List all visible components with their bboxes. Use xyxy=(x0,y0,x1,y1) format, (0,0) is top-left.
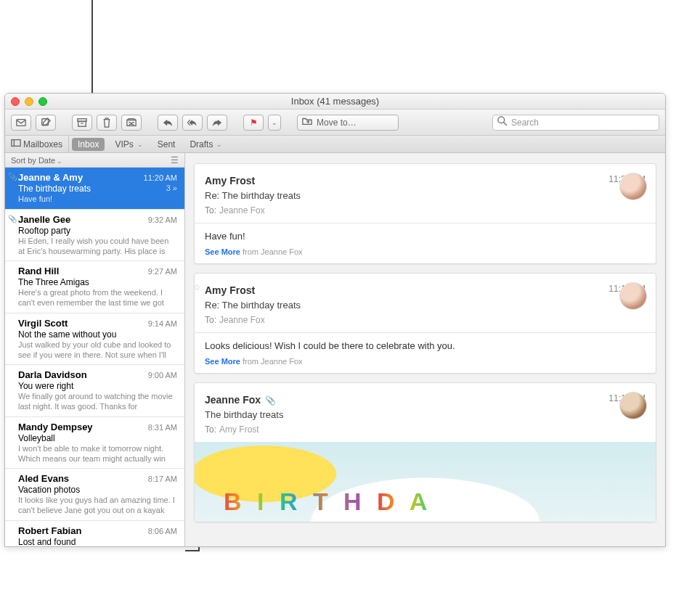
move-to-label: Move to… xyxy=(317,118,357,128)
forward-button[interactable] xyxy=(207,115,227,131)
see-more-link[interactable]: See More from Jeanne Fox xyxy=(205,247,646,256)
message-subject: You were right xyxy=(18,381,177,391)
zoom-window-button[interactable] xyxy=(38,97,47,106)
message-time: 9:14 AM xyxy=(148,319,177,328)
sidebar-icon xyxy=(11,138,21,150)
minimize-window-button[interactable] xyxy=(25,97,33,106)
compose-button[interactable] xyxy=(36,115,56,131)
message-sender: Darla Davidson xyxy=(18,369,87,380)
message-subject: Re: The birthday treats xyxy=(205,300,646,311)
message-row[interactable]: Rand Hill9:27 AMThe Three AmigasHere's a… xyxy=(5,261,184,313)
window-controls xyxy=(5,97,47,106)
svg-rect-3 xyxy=(78,121,86,126)
body-split: Sort by Date ☰ 📎Jeanne & Amy11:20 AMThe … xyxy=(5,153,665,546)
favorites-bar: Mailboxes Inbox VIPs Sent Drafts xyxy=(5,136,665,153)
avatar[interactable] xyxy=(619,282,647,310)
message-card[interactable]: Jeanne Fox📎11:11 AMThe birthday treatsTo… xyxy=(194,382,656,522)
inbox-tab[interactable]: Inbox xyxy=(72,138,105,151)
sent-tab[interactable]: Sent xyxy=(150,136,183,152)
vips-label: VIPs xyxy=(115,139,133,149)
search-field[interactable]: Search xyxy=(492,115,659,131)
window-title: Inbox (41 messages) xyxy=(5,96,665,107)
callout-line-bottom-h xyxy=(185,550,200,551)
message-subject: Not the same without you xyxy=(18,329,177,340)
mailboxes-button[interactable]: Mailboxes xyxy=(5,136,69,152)
chevron-down-icon: ⌄ xyxy=(272,119,277,126)
to-recipient[interactable]: Jeanne Fox xyxy=(219,315,265,325)
message-sender: Virgil Scott xyxy=(18,318,68,329)
message-row[interactable]: Darla Davidson9:00 AMYou were rightWe fi… xyxy=(5,365,184,417)
message-list: Sort by Date ☰ 📎Jeanne & Amy11:20 AMThe … xyxy=(5,153,185,546)
callout-line-top xyxy=(91,0,93,94)
vips-tab[interactable]: VIPs xyxy=(107,136,150,152)
reply-all-icon xyxy=(187,118,197,128)
message-body: Have fun! xyxy=(205,231,646,242)
get-mail-button[interactable] xyxy=(11,115,31,131)
from-name[interactable]: Jeanne Fox xyxy=(205,394,261,406)
search-placeholder: Search xyxy=(511,118,539,128)
message-preview: Just walked by your old cube and looked … xyxy=(18,340,177,361)
from-name[interactable]: Amy Frost xyxy=(205,284,255,296)
titlebar: Inbox (41 messages) xyxy=(5,94,665,110)
message-time: 9:00 AM xyxy=(148,371,177,379)
trash-icon xyxy=(102,118,112,128)
reply-button[interactable] xyxy=(158,115,178,131)
thread-count: 3 xyxy=(166,184,177,192)
move-to-button[interactable]: Move to… xyxy=(297,115,399,131)
attachment-image[interactable] xyxy=(195,442,656,522)
filter-icon[interactable]: ☰ xyxy=(171,155,179,165)
message-subject: Lost and found xyxy=(18,537,177,546)
folder-arrow-icon xyxy=(302,116,312,128)
junk-button[interactable] xyxy=(121,115,142,131)
message-row[interactable]: Virgil Scott9:14 AMNot the same without … xyxy=(5,313,184,366)
to-recipient[interactable]: Jeanne Fox xyxy=(219,205,265,215)
toolbar: ⚑ ⌄ Move to… Search xyxy=(5,110,665,136)
message-time: 11:20 AM xyxy=(144,173,177,182)
message-row[interactable]: 📎Janelle Gee9:32 AMRooftop partyHi Eden,… xyxy=(5,210,184,262)
avatar[interactable] xyxy=(619,392,647,419)
message-subject: The birthday treats3 xyxy=(18,184,177,194)
search-icon xyxy=(497,116,508,128)
from-name[interactable]: Amy Frost xyxy=(205,175,255,186)
message-subject: Volleyball xyxy=(18,433,177,443)
message-card[interactable]: ☆Amy Frost11:13 AMRe: The birthday treat… xyxy=(194,273,656,374)
message-subject: Vacation photos xyxy=(18,485,177,495)
delete-button[interactable] xyxy=(97,115,117,131)
attachment-icon: 📎 xyxy=(8,215,17,223)
message-time: 8:31 AM xyxy=(148,423,177,432)
sent-label: Sent xyxy=(158,139,176,149)
message-preview: Hi Eden, I really wish you could have be… xyxy=(18,237,177,257)
message-time: 8:06 AM xyxy=(148,527,177,535)
star-icon[interactable]: ☆ xyxy=(193,282,201,292)
avatar[interactable] xyxy=(619,173,647,200)
message-row[interactable]: Aled Evans8:17 AMVacation photosIt looks… xyxy=(5,469,184,521)
conversation-view: Amy Frost11:20 AMRe: The birthday treats… xyxy=(185,153,665,546)
message-subject: Rooftop party xyxy=(18,226,177,236)
message-row[interactable]: Robert Fabian8:06 AMLost and foundHi eve… xyxy=(5,521,184,546)
drafts-label: Drafts xyxy=(190,139,213,149)
see-more-link[interactable]: See More from Jeanne Fox xyxy=(205,357,646,366)
message-time: 9:32 AM xyxy=(148,215,177,224)
reply-all-button[interactable] xyxy=(182,115,203,131)
svg-rect-0 xyxy=(17,119,25,126)
sort-label: Sort by Date xyxy=(11,156,62,165)
message-preview: Have fun! xyxy=(18,194,177,205)
close-window-button[interactable] xyxy=(11,97,20,106)
to-line: To:Jeanne Fox xyxy=(205,205,646,215)
drafts-tab[interactable]: Drafts xyxy=(182,136,229,152)
message-row[interactable]: 📎Jeanne & Amy11:20 AMThe birthday treats… xyxy=(5,168,184,210)
to-recipient[interactable]: Amy Frost xyxy=(219,424,259,435)
forward-icon xyxy=(212,118,222,128)
archive-button[interactable] xyxy=(72,115,92,131)
mailboxes-label: Mailboxes xyxy=(23,139,62,149)
message-sender: Janelle Gee xyxy=(18,214,70,225)
message-row[interactable]: Mandy Dempsey8:31 AMVolleyballI won't be… xyxy=(5,417,184,469)
message-card[interactable]: Amy Frost11:20 AMRe: The birthday treats… xyxy=(194,163,656,264)
message-sender: Mandy Dempsey xyxy=(18,422,93,432)
flag-button[interactable]: ⚑ xyxy=(243,115,264,131)
compose-icon xyxy=(41,118,51,128)
sort-header[interactable]: Sort by Date ☰ xyxy=(5,153,184,168)
svg-point-5 xyxy=(498,117,505,123)
message-subject: Re: The birthday treats xyxy=(205,190,646,201)
flag-menu-button[interactable]: ⌄ xyxy=(268,115,281,131)
